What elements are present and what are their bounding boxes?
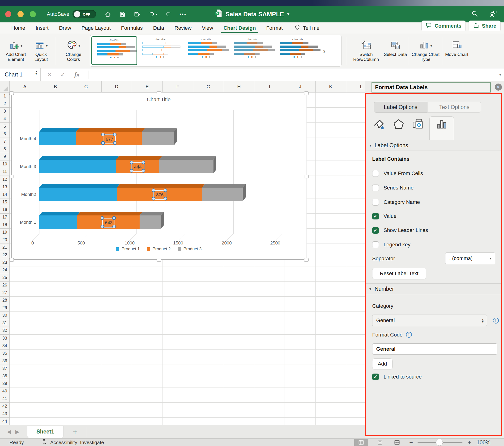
effects-icon[interactable] [392, 118, 405, 131]
section-number[interactable]: ▾ Number [366, 283, 501, 294]
chart-selection-handle[interactable] [304, 92, 309, 95]
selection-handle-icon[interactable] [101, 216, 104, 220]
share-button[interactable]: Share [468, 20, 501, 31]
category-select[interactable]: General ▴▾ [372, 315, 487, 326]
minimize-window-button[interactable] [18, 11, 24, 17]
accessibility-status[interactable]: Accessibility: Investigate [41, 439, 104, 446]
linked-to-source-checkbox-row[interactable]: ✓ Linked to source [372, 373, 422, 381]
checkbox-row-series-name[interactable]: Series Name [372, 184, 414, 192]
row-header-20[interactable]: 20 [0, 236, 9, 244]
checkbox-checked-icon[interactable]: ✓ [372, 213, 379, 220]
selection-handle-icon[interactable] [130, 169, 133, 172]
column-header-i[interactable]: I [254, 81, 285, 92]
row-header-18[interactable]: 18 [0, 221, 9, 229]
row-header-6[interactable]: 6 [0, 130, 9, 138]
chart-selection-handle[interactable] [304, 258, 309, 262]
column-header-g[interactable]: G [193, 81, 224, 92]
row-header-36[interactable]: 36 [0, 357, 9, 365]
zoom-window-button[interactable] [30, 11, 36, 17]
quick-layout-button[interactable]: ▾Quick Layout [29, 35, 53, 62]
home-icon[interactable] [104, 11, 111, 18]
zoom-out-icon[interactable]: − [409, 439, 413, 446]
column-header-a[interactable]: A [10, 81, 40, 92]
column-header-h[interactable]: H [224, 81, 255, 92]
panel-close-button[interactable]: × [495, 84, 502, 91]
selection-handle-icon[interactable] [113, 133, 117, 136]
autosave-toggle[interactable]: OFF [72, 10, 96, 18]
tab-label-options[interactable]: Label Options [374, 102, 428, 113]
row-header-33[interactable]: 33 [0, 335, 9, 342]
separator-dropdown[interactable]: , (comma) ▾ [445, 253, 495, 264]
checkbox-unchecked-icon[interactable] [372, 185, 379, 191]
close-window-button[interactable] [5, 11, 11, 17]
row-header-40[interactable]: 40 [0, 387, 9, 395]
chart-selection-handle[interactable] [157, 258, 161, 262]
row-header-4[interactable]: 4 [0, 115, 9, 123]
row-header-8[interactable]: 8 [0, 145, 9, 153]
checkbox-row-show-leader-lines[interactable]: ✓Show Leader Lines [372, 226, 428, 234]
row-header-29[interactable]: 29 [0, 304, 9, 312]
selection-handle-icon[interactable] [113, 141, 117, 145]
next-sheet-icon[interactable]: ▶ [15, 429, 19, 435]
row-header-13[interactable]: 13 [0, 183, 9, 191]
row-header-15[interactable]: 15 [0, 198, 9, 206]
document-title[interactable]: Sales Data SAMPLE ▾ [215, 9, 289, 19]
tab-draw[interactable]: Draw [54, 22, 76, 34]
reset-label-text-button[interactable]: Reset Label Text [372, 268, 426, 279]
row-header-22[interactable]: 22 [0, 251, 9, 259]
gallery-next-icon[interactable]: › [323, 46, 325, 55]
row-header-28[interactable]: 28 [0, 297, 9, 304]
legend-item-product-2[interactable]: Product 2 [147, 247, 171, 252]
tab-formulas[interactable]: Formulas [116, 22, 148, 34]
tell-me[interactable]: Tell me [294, 24, 320, 32]
add-button[interactable]: Add [372, 359, 393, 369]
row-header-44[interactable]: 44 [0, 418, 9, 425]
add-sheet-icon[interactable]: + [73, 427, 77, 436]
bar-segment-product-1[interactable] [39, 160, 116, 173]
checkbox-checked-icon[interactable]: ✓ [372, 374, 379, 380]
bar-segment-product-1[interactable] [39, 215, 77, 229]
chart-style-thumbnail-3[interactable]: Chart Title [183, 36, 229, 65]
column-header-k[interactable]: K [316, 81, 346, 92]
row-header-42[interactable]: 42 [0, 403, 9, 410]
selection-handle-icon[interactable] [142, 169, 145, 172]
row-header-7[interactable]: 7 [0, 138, 9, 145]
more-commands-icon[interactable]: ••• [180, 12, 187, 17]
row-header-41[interactable]: 41 [0, 395, 9, 403]
formula-bar-expand-icon[interactable]: ▾ [499, 72, 501, 77]
row-header-17[interactable]: 17 [0, 214, 9, 221]
undo-icon[interactable]: ▾ [148, 11, 157, 18]
bar-segment-product-1[interactable] [39, 132, 76, 145]
selection-handle-icon[interactable] [142, 160, 145, 164]
tab-data[interactable]: Data [148, 22, 169, 34]
chart-options-icon[interactable] [435, 118, 448, 131]
selection-handle-icon[interactable] [130, 160, 133, 164]
selection-handle-icon[interactable] [112, 216, 116, 220]
checkbox-row-value[interactable]: ✓Value [372, 212, 396, 220]
tab-review[interactable]: Review [169, 22, 197, 34]
confirm-entry-icon[interactable]: ✓ [60, 71, 65, 78]
bar-segment-product-3[interactable] [142, 132, 174, 145]
search-icon[interactable] [471, 10, 479, 18]
column-header-b[interactable]: B [40, 81, 71, 92]
cancel-entry-icon[interactable]: × [48, 71, 51, 78]
tab-insert[interactable]: Insert [31, 22, 54, 34]
checkbox-row-legend-key[interactable]: Legend key [372, 241, 411, 248]
tab-format[interactable]: Format [261, 22, 288, 34]
row-header-30[interactable]: 30 [0, 312, 9, 319]
chart-selection-handle[interactable] [9, 175, 14, 178]
checkbox-row-value-from-cells[interactable]: Value From Cells [372, 170, 423, 177]
zoom-in-icon[interactable]: + [468, 439, 471, 446]
comments-button[interactable]: Comments [421, 20, 466, 31]
row-header-25[interactable]: 25 [0, 274, 9, 282]
selection-handle-icon[interactable] [112, 225, 116, 228]
selection-handle-icon[interactable] [101, 141, 105, 145]
column-header-d[interactable]: D [102, 81, 132, 92]
chart-selection-handle[interactable] [9, 92, 14, 95]
selection-handle-icon[interactable] [101, 133, 105, 136]
tab-chart-design[interactable]: Chart Design [218, 22, 261, 34]
size-properties-icon[interactable] [412, 118, 425, 131]
row-header-19[interactable]: 19 [0, 229, 9, 236]
column-header-j[interactable]: J [285, 81, 316, 92]
select-all-corner[interactable] [0, 81, 10, 92]
